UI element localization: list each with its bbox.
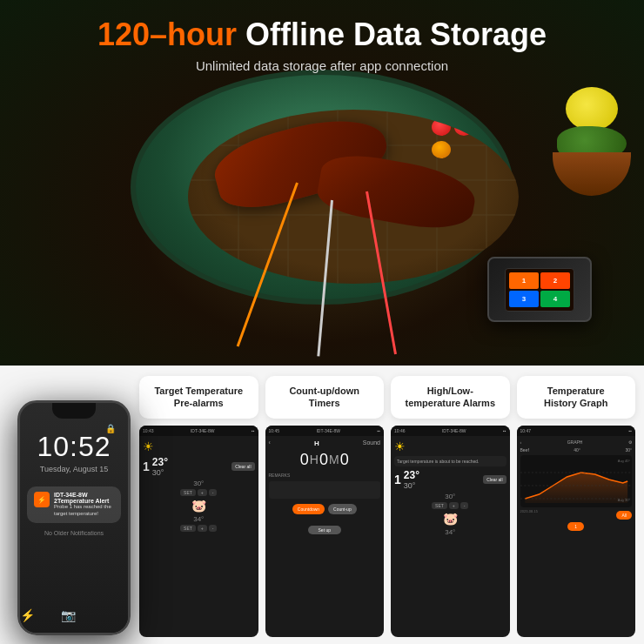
graph-title-label: GRAPH (567, 439, 583, 445)
setup-btn-container: Set up (269, 520, 381, 535)
app-screen-3-content: ☀ Target temperature is about to be reac… (391, 436, 510, 540)
app-screen-3-status: ▪▪ (503, 428, 506, 433)
notif-app-icon: ⚡ (37, 496, 46, 504)
probe-2-temp-screen1: 34° (143, 515, 255, 523)
graph-svg (520, 455, 633, 507)
app-screen-1-device: IDT-34E-8W (191, 428, 215, 433)
phone-frame: 🔒 10:52 Tuesday, August 15 ⚡ IDT-34E-8W … (17, 400, 131, 635)
grill-outer (131, 70, 513, 305)
app-screen-4-header: 10:47 ▪▪ (517, 426, 636, 436)
graph-date-label: 2023-08-15 (520, 509, 538, 520)
device-channel-1: 1 (509, 272, 539, 289)
setup-btn[interactable]: Set up (308, 526, 341, 534)
graph-date-row: 2023-08-15 All (520, 509, 633, 520)
bowl-visual (553, 152, 631, 196)
feature-card-title-3: TemperatureHistory Graph (524, 385, 629, 410)
app-screen-1-header: 10:43 IDT-34E-8W ▪▪ (139, 426, 258, 436)
btn-minus-1[interactable]: - (209, 489, 218, 496)
notif-content: IDT-34E-8W 2Temperature Alert Probe 1 ha… (54, 492, 114, 518)
device-channel-4: 4 (540, 291, 570, 307)
timer-colon-1: H (310, 453, 319, 466)
thermometer-device: 1 2 3 4 (487, 257, 592, 322)
notif-icon: ⚡ (34, 492, 50, 507)
phone-bottom-icons: ⚡ 📷 (20, 608, 76, 622)
probe-1-temps-3: 23° 30° (404, 469, 419, 490)
graph-title-row: ‹ GRAPH ⚙ (520, 439, 633, 445)
tomatoes (432, 118, 501, 158)
graph-page-1[interactable]: 1 (567, 522, 584, 531)
btn-plus-2[interactable]: + (198, 525, 207, 532)
headline-sub: Unlimited data storage after app connect… (0, 58, 644, 73)
graph-back-icon[interactable]: ‹ (520, 439, 522, 445)
notif-title: IDT-34E-8W 2Temperature Alert (54, 492, 114, 504)
btn-set-3[interactable]: SET (432, 502, 447, 509)
graph-y-max: Aug 40° (618, 459, 630, 463)
countup-btn[interactable]: Count-up (328, 504, 357, 514)
probe-1-row: 1 23° 30° Clear all (143, 456, 255, 477)
graph-all-button[interactable]: All (616, 511, 632, 520)
probe-2-temp-screen3: 34° (394, 528, 506, 536)
probe-1-current-3: 23° (404, 469, 419, 481)
app-screen-4-time: 10:47 (520, 428, 532, 433)
app-screen-1-content: ☀ 1 23° 30° Clear all 30° SET + - 🐷 (139, 436, 258, 537)
feature-card-3: TemperatureHistory Graph (517, 376, 636, 419)
lemon-visual (566, 87, 618, 131)
countdown-btn[interactable]: Countdown (292, 504, 325, 514)
app-screen-2-status: ▪▪ (377, 428, 380, 433)
graph-y-labels: Aug 40° Aug 30° (618, 459, 630, 502)
timer-title-label: H (314, 439, 319, 447)
btn-set[interactable]: SET (180, 489, 196, 496)
control-buttons-2: SET + - (143, 525, 255, 532)
btn-minus-2[interactable]: - (209, 525, 218, 532)
phone-screen: 10:52 Tuesday, August 15 ⚡ IDT-34E-8W 2T… (20, 403, 128, 633)
clear-all-btn-3[interactable]: Clear all (483, 475, 506, 484)
back-icon[interactable]: ‹ (269, 439, 271, 447)
hero-section: 1 2 3 4 120–hour Offline Data Storage Un… (0, 0, 644, 366)
phone-time: 10:52 (37, 431, 111, 463)
probe-temp-indicator: 30° (143, 480, 255, 487)
no-older-text: No Older Notifications (44, 530, 104, 536)
probe-1-target-3: 30° (404, 481, 419, 490)
probe-1-row-3: 1 23° 30° Clear all (394, 469, 506, 490)
btn-plus-1[interactable]: + (198, 489, 207, 496)
control-buttons-3: SET + - (394, 502, 506, 509)
clear-all-btn-1[interactable]: Clear all (231, 462, 254, 471)
app-screen-highlow: 10:46 IDT-34E-8W ▪▪ ☀ Target temperature… (391, 426, 510, 637)
timer-action-buttons: Countdown Count-up (269, 504, 381, 514)
graph-beef-label: Beef (520, 447, 529, 453)
timer-minutes: 0 (319, 451, 328, 469)
btn-set-2[interactable]: SET (180, 525, 196, 532)
app-screen-3-device: IDT-34E-8W (442, 428, 466, 433)
grill-food-area (188, 110, 519, 284)
btn-plus-3[interactable]: + (449, 502, 459, 509)
probe-1-target: 30° (152, 468, 168, 477)
phone-date: Tuesday, August 15 (40, 465, 109, 473)
btn-minus-3[interactable]: - (460, 502, 469, 509)
device-screen: 1 2 3 4 (505, 268, 574, 312)
lock-icon: 🔒 (105, 424, 116, 433)
graph-y-min: Aug 30° (618, 498, 630, 502)
camera-icon[interactable]: 📷 (61, 608, 76, 622)
headline-text: 120–hour Offline Data Storage (0, 16, 644, 53)
graph-probe-row: Beef 40° 30° (520, 447, 633, 453)
app-screen-4-content: ‹ GRAPH ⚙ Beef 40° 30° (517, 436, 636, 534)
pig-icon-3: 🐷 (394, 512, 506, 526)
timer-nav: ‹ H Sound (269, 439, 381, 447)
timer-colon-2: M (329, 453, 339, 466)
app-screen-2-content: ‹ H Sound 0 H 0 M 0 REMARKS Countdown Co… (265, 436, 385, 539)
graph-settings-icon[interactable]: ⚙ (628, 439, 632, 445)
remarks-input[interactable] (269, 481, 381, 499)
graph-temp-40: 40° (574, 447, 580, 453)
app-screen-2-header: 10:45 IDT-34E-8W ▪▪ (265, 426, 385, 436)
probe-1-number-3: 1 (394, 473, 401, 486)
app-screen-graph: 10:47 ▪▪ ‹ GRAPH ⚙ Beef 40° 30° (517, 426, 636, 637)
grill-visual (104, 52, 540, 331)
probe-1-temps: 23° 30° (152, 456, 168, 477)
flashlight-icon[interactable]: ⚡ (20, 608, 35, 622)
control-buttons-1: SET + - (143, 489, 255, 496)
headline-container: 120–hour Offline Data Storage Unlimited … (0, 16, 644, 73)
phone-notification: ⚡ IDT-34E-8W 2Temperature Alert Probe 1 … (27, 486, 121, 523)
phone-notch (52, 403, 96, 419)
graph-page-nav: 1 (520, 522, 633, 531)
device-channel-3: 3 (509, 291, 539, 307)
